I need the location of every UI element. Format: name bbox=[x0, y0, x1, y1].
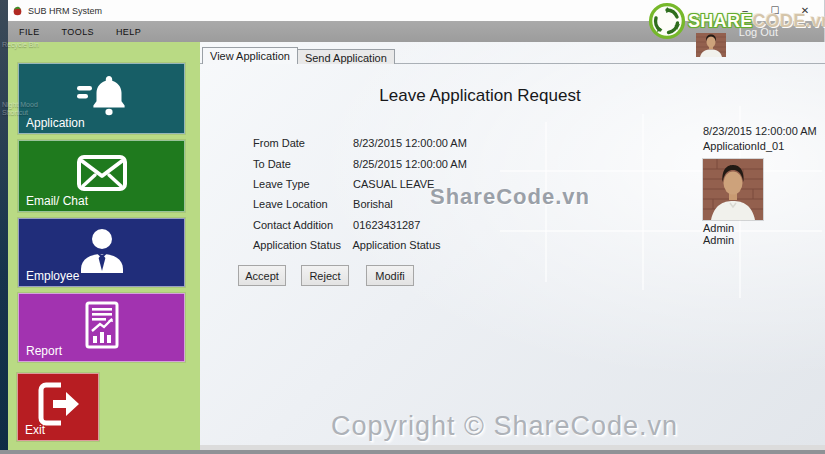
tab-strip: View Application Send Application bbox=[202, 47, 395, 64]
field-value: Borishal bbox=[353, 198, 393, 210]
taskbar-strip bbox=[0, 450, 825, 454]
sidebar-tile-label: Employee bbox=[26, 269, 79, 283]
application-datetime: 8/23/2015 12:00:00 AM bbox=[703, 125, 817, 137]
sidebar-tile-label: Application bbox=[26, 116, 85, 130]
exit-icon bbox=[33, 380, 83, 428]
field-label: To Date bbox=[253, 158, 350, 170]
field-from-date: From Date 8/23/2015 12:00:00 AM bbox=[253, 137, 467, 151]
page-title: Leave Application Request bbox=[200, 86, 760, 106]
sidebar-tile-email-chat[interactable]: Email/ Chat bbox=[18, 140, 185, 212]
sidebar-tile-application[interactable]: Application bbox=[18, 63, 185, 134]
field-value: 01623431287 bbox=[353, 219, 420, 231]
sidebar-tile-exit[interactable]: Exit bbox=[17, 373, 99, 441]
sidebar-tile-label: Email/ Chat bbox=[26, 194, 88, 208]
watermark-center: ShareCode.vn bbox=[430, 184, 590, 210]
app-window: SUB HRM System – ☐ ✕ FILE TOOLS HELP Log… bbox=[8, 0, 825, 450]
application-id: ApplicationId_01 bbox=[703, 140, 784, 152]
field-label: From Date bbox=[253, 137, 350, 149]
field-to-date: To Date 8/25/2015 12:00:00 AM bbox=[253, 158, 467, 172]
brand-share-text: SHARE bbox=[688, 11, 753, 31]
window-title: SUB HRM System bbox=[28, 6, 102, 16]
main-panel: View Application Send Application Leave … bbox=[200, 42, 825, 445]
field-label: Contact Addition bbox=[253, 219, 350, 231]
tab-view-application[interactable]: View Application bbox=[202, 47, 298, 64]
accept-button[interactable]: Accept bbox=[238, 265, 286, 286]
watermark-bottom: Copyright © ShareCode.vn bbox=[192, 411, 817, 442]
envelope-icon bbox=[74, 152, 130, 194]
field-value: 8/23/2015 12:00:00 AM bbox=[353, 137, 467, 149]
applicant-name: Admin bbox=[703, 222, 734, 234]
field-label: Leave Location bbox=[253, 198, 350, 210]
wallpaper-line bbox=[500, 170, 822, 172]
reject-button[interactable]: Reject bbox=[301, 265, 349, 286]
modify-button[interactable]: Modifi bbox=[366, 265, 414, 286]
field-value: Application Status bbox=[352, 239, 440, 251]
sidebar-tile-label: Report bbox=[26, 344, 62, 358]
tab-send-application[interactable]: Send Application bbox=[298, 49, 395, 64]
avatar-photo-icon bbox=[703, 159, 763, 220]
field-value: CASUAL LEAVE bbox=[353, 178, 434, 190]
desktop-icon-night-mood: Night Mood Shortcut bbox=[2, 101, 48, 117]
bell-icon bbox=[73, 72, 131, 120]
field-leave-location: Leave Location Borishal bbox=[253, 198, 393, 212]
sidebar-tile-employee[interactable]: Employee bbox=[18, 218, 185, 287]
field-label: Application Status bbox=[253, 239, 350, 251]
wallpaper-line bbox=[642, 114, 644, 290]
field-contact-addition: Contact Addition 01623431287 bbox=[253, 219, 420, 233]
wallpaper-line bbox=[500, 230, 822, 232]
field-leave-type: Leave Type CASUAL LEAVE bbox=[253, 178, 434, 192]
recycle-logo-icon bbox=[648, 2, 686, 40]
sharecode-logo: SHARECODE.vn bbox=[648, 2, 825, 40]
menu-tools[interactable]: TOOLS bbox=[51, 27, 105, 37]
field-label: Leave Type bbox=[253, 178, 350, 190]
menu-file[interactable]: FILE bbox=[8, 27, 51, 37]
app-icon bbox=[12, 5, 23, 16]
field-value: 8/25/2015 12:00:00 AM bbox=[353, 158, 467, 170]
menu-help[interactable]: HELP bbox=[105, 27, 152, 37]
applicant-role: Admin bbox=[703, 234, 734, 246]
sidebar-tile-report[interactable]: Report bbox=[18, 293, 185, 362]
person-icon bbox=[76, 227, 128, 273]
desktop-icon-recycle-bin: Recycle Bin bbox=[2, 41, 48, 49]
brand-code-text: CODE.vn bbox=[753, 11, 825, 31]
brand-text: SHARECODE.vn bbox=[688, 11, 825, 32]
screen: Recycle Bin Night Mood Shortcut SUB HRM … bbox=[0, 0, 825, 454]
applicant-photo bbox=[703, 159, 763, 220]
sidebar-tile-label: Exit bbox=[25, 423, 45, 437]
report-icon bbox=[76, 300, 128, 350]
field-application-status: Application Status Application Status bbox=[253, 239, 441, 253]
